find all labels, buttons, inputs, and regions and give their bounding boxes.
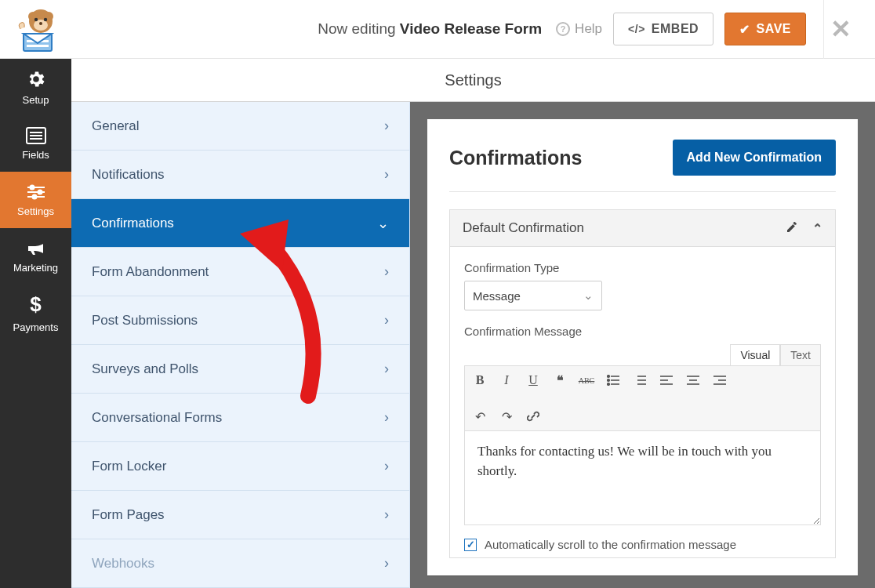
now-editing-label: Now editing Video Release Form (318, 20, 542, 38)
help-label: Help (575, 21, 602, 37)
subnav-webhooks-label: Webhooks (92, 556, 154, 572)
strikethrough-button[interactable]: ABC (578, 372, 595, 389)
subnav-form-abandonment-label: Form Abandonment (92, 264, 209, 280)
nav-payments-label: Payments (13, 321, 59, 333)
svg-point-10 (39, 22, 42, 25)
svg-text:?: ? (561, 24, 566, 34)
main-canvas: Confirmations Add New Confirmation Defau… (410, 102, 875, 588)
subnav-confirmations[interactable]: Confirmations ⌄ (71, 199, 409, 248)
editor-tab-text[interactable]: Text (780, 344, 821, 365)
svg-point-20 (38, 190, 42, 194)
left-nav: Setup Fields Settings Marketing $ Paymen… (0, 59, 71, 588)
autoscroll-row[interactable]: ✓ Automatically scroll to the confirmati… (464, 538, 821, 551)
subnav-surveys-polls[interactable]: Surveys and Polls › (71, 345, 409, 394)
svg-point-8 (34, 18, 38, 21)
chevron-up-icon[interactable]: ⌃ (812, 221, 822, 236)
chevron-down-icon: ⌄ (377, 215, 389, 232)
editor-tabs: Visual Text (464, 344, 821, 365)
app-logo (9, 5, 64, 53)
nav-setup[interactable]: Setup (0, 59, 71, 115)
chevron-right-icon: › (384, 409, 389, 426)
subnav-webhooks[interactable]: Webhooks › (71, 539, 409, 588)
nav-marketing-label: Marketing (13, 262, 58, 274)
confirmation-type-label: Confirmation Type (464, 261, 821, 274)
nav-settings[interactable]: Settings (0, 172, 71, 228)
confirmation-type-value: Message (473, 289, 521, 303)
subnav-form-locker-label: Form Locker (92, 459, 166, 474)
chevron-right-icon: › (384, 458, 389, 474)
align-center-button[interactable] (684, 372, 702, 389)
bullet-list-button[interactable] (605, 372, 622, 389)
checkbox-icon: ✓ (464, 539, 477, 551)
dollar-icon: $ (30, 292, 41, 317)
card-body: Confirmation Type Message ⌄ Confirmation… (450, 247, 835, 557)
subnav-post-submissions-label: Post Submissions (92, 313, 198, 328)
panels: General › Notifications › Confirmations … (71, 102, 875, 588)
edit-icon[interactable] (786, 221, 798, 236)
list-icon (26, 127, 46, 144)
quote-button[interactable]: ❝ (551, 372, 568, 389)
close-button[interactable]: ✕ (823, 0, 858, 59)
help-icon: ? (556, 22, 570, 36)
message-textarea[interactable]: Thanks for contacting us! We will be in … (464, 431, 821, 525)
autoscroll-label: Automatically scroll to the confirmation… (485, 538, 736, 551)
now-editing-prefix: Now editing (318, 20, 395, 37)
confirmation-message-label: Confirmation Message (464, 325, 821, 338)
settings-subnav: General › Notifications › Confirmations … (71, 102, 410, 588)
save-button[interactable]: ✔ SAVE (724, 13, 806, 45)
nav-fields-label: Fields (22, 149, 49, 161)
check-icon: ✔ (739, 22, 750, 37)
svg-point-22 (32, 194, 36, 198)
redo-button[interactable]: ↷ (498, 408, 515, 425)
bold-button[interactable]: B (471, 372, 488, 389)
card-header[interactable]: Default Confirmation ⌃ (450, 210, 835, 247)
help-link[interactable]: ? Help (556, 21, 602, 37)
content-area: Settings General › Notifications › Confi… (71, 59, 875, 588)
numbered-list-button[interactable] (631, 372, 648, 389)
chevron-right-icon: › (384, 361, 389, 377)
default-confirmation-card: Default Confirmation ⌃ Confirmation Type (449, 209, 836, 558)
code-icon: </> (628, 23, 645, 35)
editor-toolbar: B I U ❝ ABC (464, 365, 821, 431)
confirmation-message-editor: Confirmation Message Visual Text B I U ❝ (464, 325, 821, 525)
confirmations-panel: Confirmations Add New Confirmation Defau… (427, 119, 858, 575)
svg-point-27 (608, 383, 610, 386)
svg-point-18 (30, 185, 34, 189)
chevron-right-icon: › (384, 118, 389, 134)
save-label: SAVE (757, 22, 791, 36)
subnav-general[interactable]: General › (71, 102, 409, 151)
subnav-confirmations-label: Confirmations (92, 216, 174, 231)
svg-rect-2 (27, 45, 49, 47)
subnav-notifications[interactable]: Notifications › (71, 151, 409, 199)
confirmation-type-select[interactable]: Message ⌄ (464, 281, 602, 310)
subnav-surveys-polls-label: Surveys and Polls (92, 361, 198, 377)
chevron-right-icon: › (384, 555, 389, 572)
subnav-conversational-forms[interactable]: Conversational Forms › (71, 394, 409, 442)
svg-point-25 (608, 379, 610, 382)
align-left-button[interactable] (658, 372, 675, 389)
link-button[interactable] (525, 408, 542, 425)
embed-button[interactable]: </> EMBED (613, 13, 713, 45)
subnav-form-pages-label: Form Pages (92, 507, 165, 523)
chevron-right-icon: › (384, 506, 389, 523)
nav-fields[interactable]: Fields (0, 115, 71, 172)
add-confirmation-button[interactable]: Add New Confirmation (673, 140, 836, 176)
subnav-post-submissions[interactable]: Post Submissions › (71, 296, 409, 345)
gear-icon (26, 69, 46, 89)
nav-settings-label: Settings (17, 205, 54, 217)
nav-marketing[interactable]: Marketing (0, 228, 71, 285)
svg-point-23 (608, 376, 610, 378)
chevron-right-icon: › (384, 263, 389, 280)
italic-button[interactable]: I (498, 372, 515, 389)
subnav-form-abandonment[interactable]: Form Abandonment › (71, 248, 409, 296)
form-name: Video Release Form (400, 20, 542, 37)
subnav-notifications-label: Notifications (92, 167, 165, 183)
nav-payments[interactable]: $ Payments (0, 285, 71, 341)
underline-button[interactable]: U (525, 372, 542, 389)
chevron-down-icon: ⌄ (583, 289, 594, 303)
editor-tab-visual[interactable]: Visual (730, 344, 780, 365)
undo-button[interactable]: ↶ (471, 408, 488, 425)
align-right-button[interactable] (711, 372, 728, 389)
subnav-form-pages[interactable]: Form Pages › (71, 491, 409, 539)
subnav-form-locker[interactable]: Form Locker › (71, 442, 409, 491)
